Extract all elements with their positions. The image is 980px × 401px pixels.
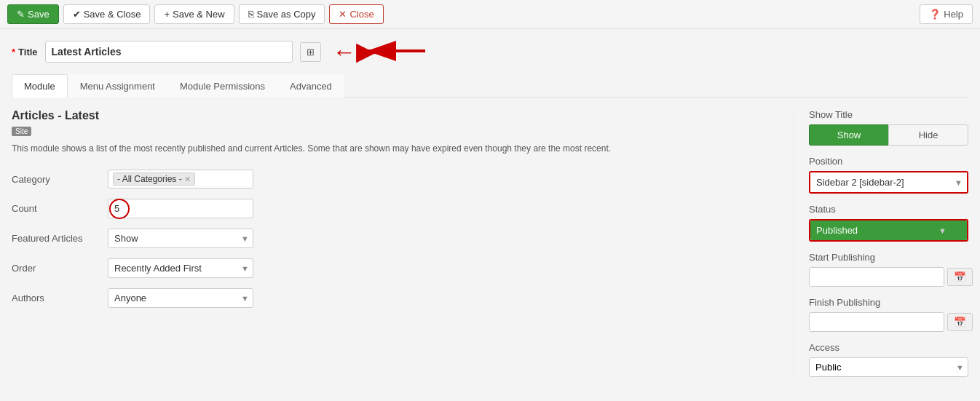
- show-title-label: Show Title: [809, 109, 968, 120]
- order-label: Order: [12, 263, 99, 274]
- toggle-icon: ⊞: [307, 47, 315, 57]
- authors-select-wrapper: Anyone Only Authors No Authors ▼: [108, 288, 253, 308]
- calendar-icon-2: 📅: [954, 317, 966, 327]
- featured-articles-field: Featured Articles Show Hide Only ▼: [12, 229, 779, 248]
- position-select-wrapper: Sidebar 2 [sidebar-2] Sidebar 1 [sidebar…: [809, 171, 968, 194]
- calendar-icon: 📅: [954, 271, 966, 282]
- toolbar: ✎ Save ✔ Save & Close + Save & New ⎘ Sav…: [0, 0, 980, 29]
- main-layout: Articles - Latest Site This module shows…: [12, 109, 968, 377]
- finish-publishing-field: 📅: [809, 312, 968, 332]
- show-button[interactable]: Show: [809, 124, 888, 146]
- featured-label: Featured Articles: [12, 233, 99, 244]
- featured-select-wrapper: Show Hide Only ▼: [108, 229, 253, 248]
- category-label: Category: [12, 174, 99, 185]
- hide-button[interactable]: Hide: [888, 124, 968, 146]
- position-select[interactable]: Sidebar 2 [sidebar-2] Sidebar 1 [sidebar…: [810, 172, 967, 192]
- position-label: Position: [809, 156, 968, 167]
- right-panel: Show Title Show Hide Position Sidebar 2 …: [794, 109, 968, 377]
- status-button[interactable]: Published ▼: [810, 221, 967, 240]
- title-toggle-button[interactable]: ⊞: [300, 42, 321, 62]
- save-new-button[interactable]: + Save & New: [154, 4, 234, 24]
- order-field: Order Recently Added First Recently Modi…: [12, 258, 779, 278]
- count-label: Count: [12, 203, 99, 214]
- count-input[interactable]: [108, 199, 253, 218]
- access-select[interactable]: Public Registered Special Super Users: [809, 357, 968, 377]
- tab-module-permissions[interactable]: Module Permissions: [167, 74, 277, 98]
- authors-label: Authors: [12, 293, 99, 303]
- count-input-wrapper: [108, 199, 253, 218]
- save-icon: ✎: [17, 9, 25, 20]
- access-select-wrapper: Public Registered Special Super Users ▼: [809, 357, 968, 377]
- title-label: *Title: [12, 47, 38, 57]
- status-label: Status: [809, 204, 968, 215]
- help-icon: ❓: [929, 9, 941, 20]
- tab-advanced[interactable]: Advanced: [277, 74, 344, 98]
- featured-select[interactable]: Show Hide Only: [108, 229, 253, 248]
- authors-select[interactable]: Anyone Only Authors No Authors: [108, 288, 253, 308]
- start-publishing-field: 📅: [809, 267, 968, 287]
- check-icon: ✔: [73, 9, 81, 20]
- finish-publishing-calendar-button[interactable]: 📅: [947, 313, 973, 331]
- category-tag-close[interactable]: ✕: [184, 175, 191, 184]
- category-tag: - All Categories - ✕: [113, 172, 195, 186]
- close-button[interactable]: ✕ Close: [329, 4, 383, 24]
- content-area: *Title ⊞ ←▶ Module Menu Assignment Modul…: [0, 29, 980, 386]
- category-input[interactable]: - All Categories - ✕: [108, 170, 253, 188]
- plus-icon: +: [164, 9, 170, 20]
- authors-field: Authors Anyone Only Authors No Authors ▼: [12, 288, 779, 308]
- tab-menu-assignment[interactable]: Menu Assignment: [68, 74, 167, 98]
- save-close-button[interactable]: ✔ Save & Close: [63, 4, 151, 24]
- start-publishing-label: Start Publishing: [809, 252, 968, 263]
- module-title: Articles - Latest: [12, 109, 779, 122]
- show-title-toggle: Show Hide: [809, 124, 968, 146]
- copy-icon: ⎘: [248, 9, 254, 20]
- title-input[interactable]: [45, 41, 293, 63]
- site-badge: Site: [12, 127, 31, 136]
- order-select[interactable]: Recently Added First Recently Modified F…: [108, 258, 253, 278]
- red-arrow-svg: [360, 40, 432, 62]
- title-row: *Title ⊞ ←▶: [12, 38, 968, 65]
- left-panel: Articles - Latest Site This module shows…: [12, 109, 794, 377]
- help-button[interactable]: ❓ Help: [920, 4, 973, 24]
- close-icon: ✕: [339, 9, 347, 20]
- tabs: Module Menu Assignment Module Permission…: [12, 74, 968, 98]
- start-publishing-calendar-button[interactable]: 📅: [947, 268, 973, 286]
- status-select-wrapper: Published ▼: [809, 219, 968, 242]
- finish-publishing-input[interactable]: [809, 312, 944, 332]
- order-select-wrapper: Recently Added First Recently Modified F…: [108, 258, 253, 278]
- finish-publishing-label: Finish Publishing: [809, 297, 968, 308]
- module-description: This module shows a list of the most rec…: [12, 142, 779, 155]
- access-label: Access: [809, 342, 968, 353]
- start-publishing-input[interactable]: [809, 267, 944, 287]
- status-dropdown-icon: ▼: [938, 226, 947, 235]
- save-copy-button[interactable]: ⎘ Save as Copy: [239, 4, 325, 24]
- count-field: Count: [12, 199, 779, 218]
- save-button[interactable]: ✎ Save: [7, 4, 59, 24]
- category-field: Category - All Categories - ✕: [12, 170, 779, 188]
- tab-module[interactable]: Module: [12, 74, 68, 98]
